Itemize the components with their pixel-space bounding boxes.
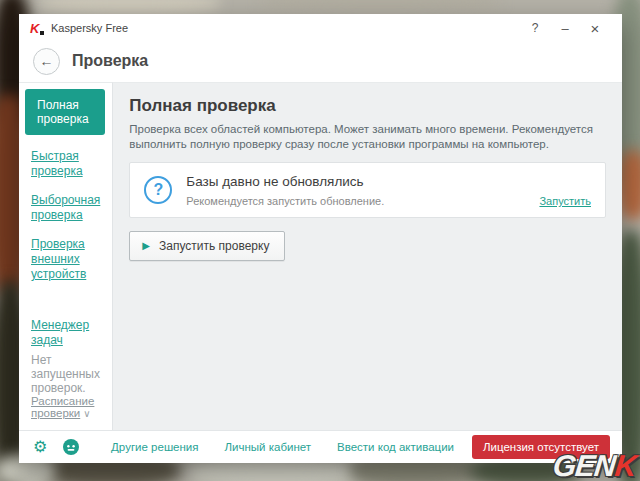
sidebar-item-external-devices-scan[interactable]: Проверка внешних устройств: [31, 237, 100, 282]
main-panel: Полная проверка Проверка всех областей к…: [113, 82, 622, 430]
settings-gear-icon[interactable]: ⚙: [33, 439, 47, 455]
footer-bar: ⚙ Другие решения Личный кабинет Ввести к…: [19, 430, 622, 463]
enter-activation-code-link[interactable]: Ввести код активации: [337, 441, 454, 453]
help-button[interactable]: ?: [520, 21, 550, 35]
play-icon: ▶: [142, 241, 150, 251]
my-account-link[interactable]: Личный кабинет: [225, 441, 312, 453]
genk-watermark: GENK: [552, 449, 638, 481]
kaspersky-window: K Kaspersky Free ? – × ← Проверка Полная…: [19, 14, 622, 463]
databases-notice-card: ? Базы давно не обновлялись Рекомендуетс…: [129, 162, 606, 218]
sidebar-item-full-scan[interactable]: Полная проверка: [25, 89, 105, 135]
notice-subtitle: Рекомендуется запустить обновление.: [186, 195, 539, 207]
run-scan-button[interactable]: ▶ Запустить проверку: [129, 231, 285, 261]
close-button[interactable]: ×: [580, 20, 610, 37]
back-arrow-icon: ←: [40, 53, 54, 69]
support-icon[interactable]: [63, 439, 79, 455]
page-title: Проверка: [72, 52, 148, 70]
run-update-link[interactable]: Запустить: [539, 195, 591, 207]
sidebar-item-quick-scan[interactable]: Быстрая проверка: [31, 149, 100, 179]
chevron-down-icon: ∨: [83, 408, 90, 419]
page-header: ← Проверка: [19, 40, 622, 82]
sidebar-item-selective-scan[interactable]: Выборочная проверка: [31, 193, 100, 223]
back-button[interactable]: ←: [33, 48, 60, 75]
minimize-button[interactable]: –: [550, 21, 580, 36]
window-title: Kaspersky Free: [51, 22, 128, 34]
task-manager-status: Нет запущенных проверок.: [31, 353, 100, 395]
other-solutions-link[interactable]: Другие решения: [111, 441, 198, 453]
scan-description: Проверка всех областей компьютера. Может…: [129, 122, 606, 152]
sidebar: Полная проверка Быстрая проверка Выбороч…: [19, 82, 113, 430]
scan-title: Полная проверка: [129, 96, 606, 116]
kaspersky-logo-icon: K: [30, 22, 44, 35]
desktop: K Kaspersky Free ? – × ← Проверка Полная…: [0, 0, 640, 481]
title-bar[interactable]: K Kaspersky Free ? – ×: [19, 14, 622, 40]
run-scan-button-label: Запустить проверку: [159, 239, 269, 253]
task-manager-link[interactable]: Менеджер задач: [31, 318, 100, 348]
question-mark-icon: ?: [144, 176, 172, 204]
notice-title: Базы давно не обновлялись: [186, 174, 539, 189]
scan-schedule-link[interactable]: Расписание проверки∨: [31, 395, 100, 419]
